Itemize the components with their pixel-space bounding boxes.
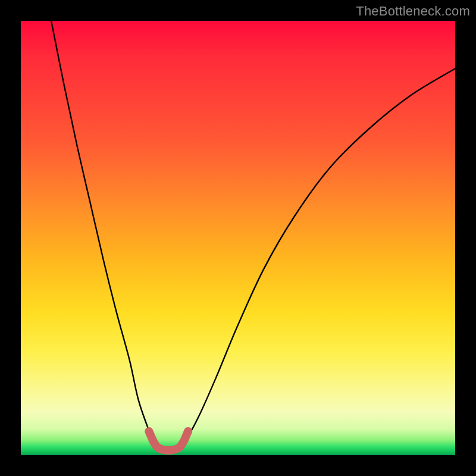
plot-area (21, 21, 455, 455)
curve-left (51, 21, 158, 447)
chart-frame: TheBottleneck.com (0, 0, 476, 476)
valley-highlight (149, 431, 188, 450)
curve-right (179, 68, 455, 447)
watermark-text: TheBottleneck.com (356, 4, 470, 19)
chart-svg (21, 21, 455, 455)
